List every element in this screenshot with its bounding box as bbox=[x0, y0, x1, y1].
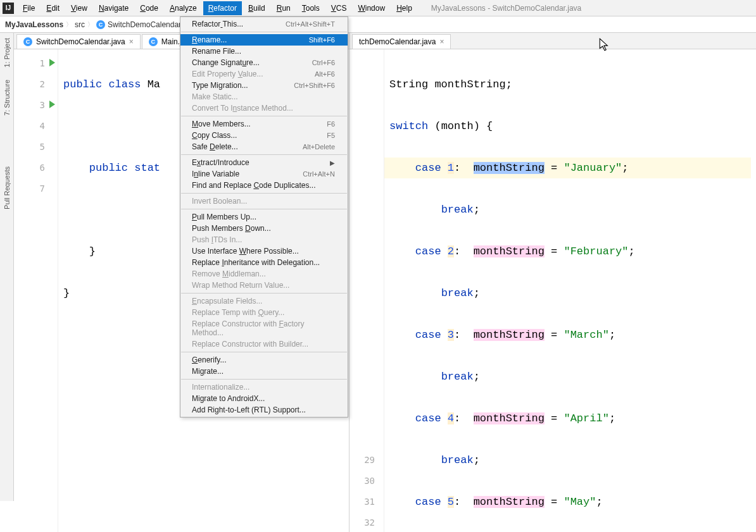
menu-item-wrap-method-return-value: Wrap Method Return Value... bbox=[180, 280, 348, 291]
menu-item-replace-constructor-with-builder: Replace Constructor with Builder... bbox=[180, 338, 348, 350]
breadcrumb-src[interactable]: src bbox=[75, 20, 85, 29]
menu-window[interactable]: Window bbox=[353, 1, 390, 15]
java-class-icon: C bbox=[149, 37, 158, 46]
menu-separator bbox=[181, 154, 347, 155]
menu-item-extract-introduce[interactable]: Extract/Introduce▶ bbox=[180, 157, 348, 168]
menu-item-copy-class[interactable]: Copy Class...F5 bbox=[180, 130, 348, 141]
menu-item-invert-boolean: Invert Boolean... bbox=[180, 195, 348, 207]
menu-navigate[interactable]: Navigate bbox=[94, 1, 134, 15]
menu-item-remove-middleman: Remove Middleman... bbox=[180, 268, 348, 280]
close-icon[interactable]: × bbox=[129, 37, 134, 46]
menu-edit[interactable]: Edit bbox=[41, 1, 65, 15]
menu-vcs[interactable]: VCS bbox=[326, 1, 352, 15]
breadcrumb-file[interactable]: C SwitchDemoCalendar bbox=[96, 20, 181, 29]
tool-structure[interactable]: 7: Structure bbox=[3, 80, 11, 116]
menu-separator bbox=[181, 293, 347, 294]
menu-item-push-itds-in: Push ITDs In... bbox=[180, 234, 348, 245]
java-class-icon: C bbox=[96, 20, 105, 29]
close-icon[interactable]: × bbox=[439, 37, 444, 46]
chevron-icon: 〉 bbox=[66, 20, 72, 29]
gutter-left: 1 2 3 4 5 6 7 bbox=[14, 49, 58, 532]
submenu-arrow-icon: ▶ bbox=[330, 159, 335, 166]
menu-item-make-static: Make Static... bbox=[180, 91, 348, 102]
menu-item-replace-inheritance-with-delegation[interactable]: Replace Inheritance with Delegation... bbox=[180, 257, 348, 268]
tab-switchdemo-right[interactable]: tchDemoCalendar.java × bbox=[352, 34, 451, 49]
breadcrumb: MyJavaLessons 〉 src 〉 C SwitchDemoCalend… bbox=[0, 16, 756, 33]
menu-run[interactable]: Run bbox=[272, 1, 296, 15]
tool-pull-requests[interactable]: Pull Requests bbox=[3, 166, 11, 209]
menu-item-generify[interactable]: Generify... bbox=[180, 354, 348, 366]
menu-separator bbox=[181, 193, 347, 194]
tab-switchdemo[interactable]: C SwitchDemoCalendar.java × bbox=[16, 34, 141, 49]
menu-separator bbox=[181, 32, 347, 32]
breadcrumb-project[interactable]: MyJavaLessons bbox=[5, 20, 63, 29]
chevron-icon: 〉 bbox=[87, 20, 94, 29]
menu-item-rename-file[interactable]: Rename File... bbox=[180, 46, 348, 57]
run-gutter-icon[interactable] bbox=[49, 101, 55, 108]
menu-separator bbox=[181, 352, 347, 352]
menu-item-migrate-to-androidx[interactable]: Migrate to AndroidX... bbox=[180, 393, 348, 404]
tool-project[interactable]: 1: Project bbox=[3, 38, 11, 67]
menu-item-move-members[interactable]: Move Members...F6 bbox=[180, 118, 348, 130]
run-gutter-icon[interactable] bbox=[49, 59, 55, 66]
menu-item-internationalize: Internationalize... bbox=[180, 381, 348, 393]
app-icon: IJ bbox=[3, 3, 14, 14]
menu-code[interactable]: Code bbox=[135, 1, 163, 15]
menu-build[interactable]: Build bbox=[243, 1, 270, 15]
menu-item-convert-to-instance-method: Convert To Instance Method... bbox=[180, 102, 348, 114]
menu-item-migrate[interactable]: Migrate... bbox=[180, 366, 348, 377]
menu-separator bbox=[181, 116, 347, 116]
menu-tools[interactable]: Tools bbox=[297, 1, 325, 15]
tool-strip-left: 1: Project 7: Structure Pull Requests bbox=[0, 33, 14, 501]
editor-body-right[interactable]: 2930313233 💡String monthString; switch (… bbox=[350, 49, 756, 532]
editor-tabs-right: tchDemoCalendar.java × bbox=[350, 33, 756, 49]
editor-split: C SwitchDemoCalendar.java × C Main.java … bbox=[14, 33, 756, 532]
menu-item-replace-constructor-with-factory-method: Replace Constructor with Factory Method.… bbox=[180, 318, 348, 338]
window-title: MyJavaLessons - SwitchDemoCalendar.java bbox=[431, 4, 581, 13]
menu-bar: IJ FileEditViewNavigateCodeAnalyzeRefact… bbox=[0, 0, 756, 16]
menu-item-push-members-down[interactable]: Push Members Down... bbox=[180, 223, 348, 234]
menu-file[interactable]: File bbox=[18, 1, 40, 15]
menu-item-edit-property-value: Edit Property Value...Alt+F6 bbox=[180, 68, 348, 80]
menu-help[interactable]: Help bbox=[391, 1, 417, 15]
menu-item-inline-variable[interactable]: Inline VariableCtrl+Alt+N bbox=[180, 168, 348, 180]
menu-view[interactable]: View bbox=[66, 1, 92, 15]
java-class-icon: C bbox=[23, 37, 32, 46]
menu-item-add-right-to-left-rtl-support[interactable]: Add Right-to-Left (RTL) Support... bbox=[180, 404, 348, 416]
menu-item-type-migration[interactable]: Type Migration...Ctrl+Shift+F6 bbox=[180, 80, 348, 91]
menu-item-rename[interactable]: Rename...Shift+F6 bbox=[180, 34, 348, 46]
menu-item-safe-delete[interactable]: Safe Delete...Alt+Delete bbox=[180, 141, 348, 152]
menu-item-use-interface-where-possible[interactable]: Use Interface Where Possible... bbox=[180, 245, 348, 257]
menu-refactor[interactable]: Refactor bbox=[203, 1, 242, 15]
menu-item-encapsulate-fields: Encapsulate Fields... bbox=[180, 295, 348, 307]
editor-right: tchDemoCalendar.java × 2930313233 💡Strin… bbox=[350, 33, 756, 532]
menu-separator bbox=[181, 209, 347, 209]
menu-item-refactor-this[interactable]: Refactor This...Ctrl+Alt+Shift+T bbox=[180, 18, 348, 30]
menu-item-change-signature[interactable]: Change Signature...Ctrl+F6 bbox=[180, 57, 348, 68]
menu-item-find-and-replace-code-duplicates[interactable]: Find and Replace Code Duplicates... bbox=[180, 180, 348, 191]
menu-item-pull-members-up[interactable]: Pull Members Up... bbox=[180, 211, 348, 223]
gutter-right: 2930313233 bbox=[350, 49, 384, 532]
menu-analyze[interactable]: Analyze bbox=[165, 1, 202, 15]
menu-separator bbox=[181, 379, 347, 380]
menu-item-replace-temp-with-query: Replace Temp with Query... bbox=[180, 307, 348, 318]
code-area-right[interactable]: 💡String monthString; switch (month) { ca… bbox=[384, 49, 756, 532]
refactor-menu: Refactor This...Ctrl+Alt+Shift+TRename..… bbox=[180, 16, 348, 418]
